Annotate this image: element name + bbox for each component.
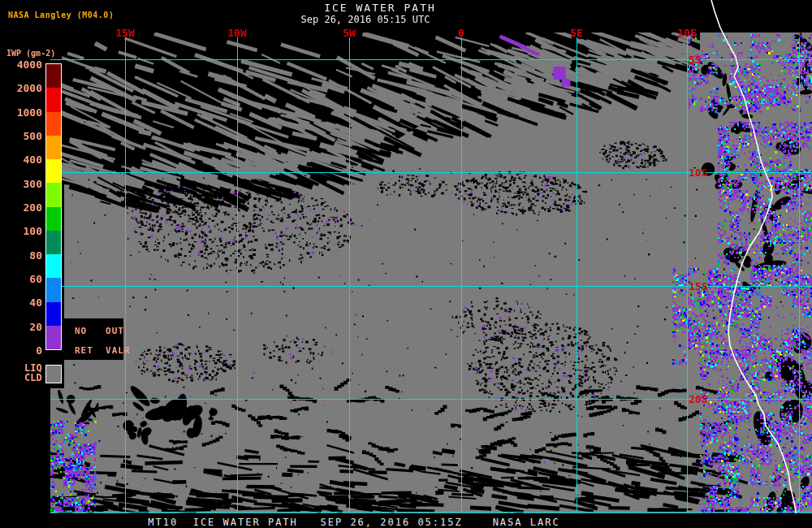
satellite-map-canvas [0,0,812,528]
colorbar-tick: 1000 [0,106,42,119]
colorbar-tick: 2000 [0,82,42,94]
flags-row-ret-valr: RET VALR [75,345,131,356]
lat-label: 20S [689,393,707,405]
footer-product-id: MT10 ICE WATER PATH SEP 26, 2016 05:15Z … [0,517,708,528]
colorbar-segment [46,159,61,183]
lat-label: 15S [689,280,707,292]
colorbar-segment [46,278,61,301]
colorbar-tick: 20 [0,321,42,333]
colorbar-segment [46,231,61,254]
lon-label: 10W [227,27,246,39]
colorbar-segment [46,183,61,206]
lon-label: 5E [570,27,583,39]
colorbar-tick: 200 [0,201,42,214]
retrieval-flags-legend: NO OUT RET VALR [64,318,123,360]
colorbar-tick: 40 [0,296,42,309]
colorbar [45,63,62,350]
colorbar-segment [46,207,61,231]
colorbar-tick: 80 [0,249,42,262]
colorbar-tick: 300 [0,178,42,190]
lon-label: 15W [115,27,134,39]
colorbar-tick: 500 [0,130,42,142]
timestamp-subtitle: Sep 26, 2016 05:15 UTC [301,14,430,25]
colorbar-segment [46,136,61,159]
lat-label: 10S [689,167,707,179]
colorbar-tick: 0 [0,344,42,357]
liquid-cloud-label: LIQCLD [24,363,42,383]
lon-label: 0 [458,27,464,39]
colorbar-tick: 60 [0,273,42,285]
page-title: ICE WATER PATH [324,2,436,14]
viewer-window: NASA Langley (M04.0) ICE WATER PATH Sep … [0,0,812,528]
lon-label: 5W [343,27,356,39]
nasa-credit-label: NASA Langley (M04.0) [8,11,114,19]
colorbar-segment [46,326,61,349]
colorbar-segment [46,64,61,88]
colorbar-tick: 4000 [0,58,42,71]
lat-label: 5S [689,54,702,66]
colorbar-tick: 400 [0,154,42,166]
liquid-cloud-swatch [45,365,62,383]
colorbar-segment [46,254,61,278]
colorbar-segment [46,88,61,111]
flags-row-no-out: NO OUT [75,326,124,336]
lon-label: 10E [677,27,696,39]
colorbar-tick: 100 [0,225,42,237]
colorbar-title: IWP (gm-2) [6,49,55,58]
colorbar-segment [46,302,61,326]
colorbar-segment [46,112,61,136]
